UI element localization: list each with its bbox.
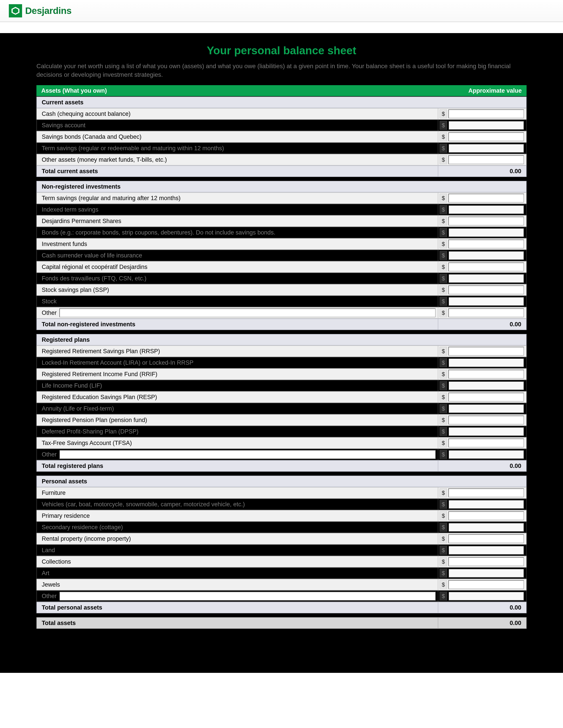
assets-header-value-label: Approximate value <box>438 85 527 96</box>
currency-symbol: $ <box>440 228 447 237</box>
nonreg-amount-input[interactable] <box>448 217 524 225</box>
brand-name: Desjardins <box>25 6 71 16</box>
registered-row: Registered Retirement Savings Plan (RRSP… <box>36 345 527 357</box>
current-row: Other assets (money market funds, T-bill… <box>36 154 527 165</box>
registered-amount-input[interactable] <box>448 416 524 424</box>
content-area: Your personal balance sheet Calculate yo… <box>0 33 563 673</box>
registered-row-label: Registered Education Savings Plan (RESP) <box>37 392 438 402</box>
personal-row-label: Secondary residence (cottage) <box>37 522 438 533</box>
nonreg-header: Non-registered investments <box>36 181 527 192</box>
personal-amount-input[interactable] <box>448 580 524 589</box>
currency-symbol: $ <box>440 450 447 459</box>
nonreg-amount-input[interactable] <box>448 297 524 306</box>
desjardins-logo-icon <box>9 4 22 17</box>
currency-symbol: $ <box>440 144 447 153</box>
nonreg-row: Capital régional et coopératif Desjardin… <box>36 261 527 273</box>
registered-other-text-input[interactable] <box>59 450 436 459</box>
personal-other-amount-input[interactable] <box>448 592 524 600</box>
current-row-label: Term savings (regular or redeemable and … <box>37 143 438 154</box>
registered-row: Annuity (Life or Fixed-term)$ <box>36 403 527 414</box>
total-registered-value: 0.00 <box>438 461 526 471</box>
personal-amount-input[interactable] <box>448 523 524 532</box>
currency-symbol: $ <box>440 194 447 203</box>
page-title: Your personal balance sheet <box>36 44 527 57</box>
intro-text: Calculate your net worth using a list of… <box>36 62 527 79</box>
nonreg-row: Indexed term savings$ <box>36 204 527 215</box>
nonreg-other-amount-input[interactable] <box>448 308 524 317</box>
personal-other-text-input[interactable] <box>59 592 436 600</box>
nonreg-amount-input[interactable] <box>448 194 524 203</box>
registered-amount-input[interactable] <box>448 358 524 367</box>
registered-amount-input[interactable] <box>448 439 524 447</box>
nonreg-other-text-input[interactable] <box>59 308 436 317</box>
current-row: Cash (chequing account balance)$ <box>36 108 527 120</box>
current-amount-input[interactable] <box>448 155 524 164</box>
total-assets-value: 0.00 <box>438 618 526 628</box>
nonreg-amount-input[interactable] <box>448 251 524 260</box>
nonreg-amount-input[interactable] <box>448 228 524 237</box>
personal-row-label: Furniture <box>37 488 438 498</box>
registered-other-amount-input[interactable] <box>448 450 524 459</box>
currency-symbol: $ <box>440 370 447 379</box>
nonreg-row-label: Term savings (regular and maturing after… <box>37 193 438 203</box>
currency-symbol: $ <box>440 205 447 214</box>
personal-amount-input[interactable] <box>448 511 524 520</box>
registered-row-label: Annuity (Life or Fixed-term) <box>37 403 438 414</box>
personal-row: Furniture$ <box>36 487 527 499</box>
currency-symbol: $ <box>440 500 447 509</box>
registered-row-label: Registered Retirement Savings Plan (RRSP… <box>37 346 438 356</box>
total-current-assets-row: Total current assets 0.00 <box>36 165 527 177</box>
currency-symbol: $ <box>440 427 447 436</box>
nonreg-row-label: Bonds (e.g.: corporate bonds, strip coup… <box>37 227 438 238</box>
currency-symbol: $ <box>440 439 447 447</box>
registered-other-row: Other $ <box>36 449 527 460</box>
personal-amount-input[interactable] <box>448 546 524 555</box>
registered-amount-input[interactable] <box>448 404 524 413</box>
currency-symbol: $ <box>440 109 447 118</box>
nonreg-row-label: Capital régional et coopératif Desjardin… <box>37 262 438 272</box>
nonreg-row-label: Stock <box>37 296 438 307</box>
nonreg-row-label: Stock savings plan (SSP) <box>37 285 438 295</box>
assets-header-row: Assets (What you own) Approximate value <box>36 85 527 97</box>
personal-row: Art$ <box>36 567 527 579</box>
currency-symbol: $ <box>440 132 447 141</box>
registered-row: Registered Education Savings Plan (RESP)… <box>36 391 527 403</box>
total-nonreg-row: Total non-registered investments 0.00 <box>36 319 527 330</box>
nonreg-row: Cash surrender value of life insurance$ <box>36 250 527 261</box>
current-amount-input[interactable] <box>448 144 524 153</box>
personal-amount-input[interactable] <box>448 557 524 566</box>
currency-symbol: $ <box>440 274 447 283</box>
current-amount-input[interactable] <box>448 132 524 141</box>
current-amount-input[interactable] <box>448 109 524 118</box>
currency-symbol: $ <box>440 297 447 306</box>
current-amount-input[interactable] <box>448 121 524 130</box>
currency-symbol: $ <box>440 592 447 600</box>
registered-amount-input[interactable] <box>448 370 524 379</box>
personal-amount-input[interactable] <box>448 534 524 543</box>
personal-amount-input[interactable] <box>448 569 524 578</box>
personal-other-row: Other $ <box>36 590 527 602</box>
registered-amount-input[interactable] <box>448 393 524 402</box>
registered-other-label: Other <box>42 451 58 458</box>
personal-amount-input[interactable] <box>448 488 524 497</box>
current-row-label: Savings account <box>37 120 438 131</box>
total-assets-row: Total assets 0.00 <box>36 617 527 629</box>
registered-row-label: Deferred Profit-Sharing Plan (DPSP) <box>37 426 438 437</box>
nonreg-row: Fonds des travailleurs (FTQ, CSN, etc.)$ <box>36 273 527 284</box>
registered-amount-input[interactable] <box>448 347 524 356</box>
total-nonreg-value: 0.00 <box>438 319 526 330</box>
personal-amount-input[interactable] <box>448 500 524 509</box>
nonreg-amount-input[interactable] <box>448 205 524 214</box>
currency-symbol: $ <box>440 569 447 578</box>
total-current-assets-value: 0.00 <box>438 166 526 176</box>
currency-symbol: $ <box>440 381 447 390</box>
nonreg-amount-input[interactable] <box>448 274 524 283</box>
nonreg-amount-input[interactable] <box>448 240 524 248</box>
registered-amount-input[interactable] <box>448 427 524 436</box>
personal-other-label: Other <box>42 593 58 600</box>
nonreg-amount-input[interactable] <box>448 263 524 271</box>
nonreg-amount-input[interactable] <box>448 285 524 294</box>
personal-row: Secondary residence (cottage)$ <box>36 522 527 533</box>
registered-amount-input[interactable] <box>448 381 524 390</box>
nonreg-row: Desjardins Permanent Shares$ <box>36 215 527 227</box>
